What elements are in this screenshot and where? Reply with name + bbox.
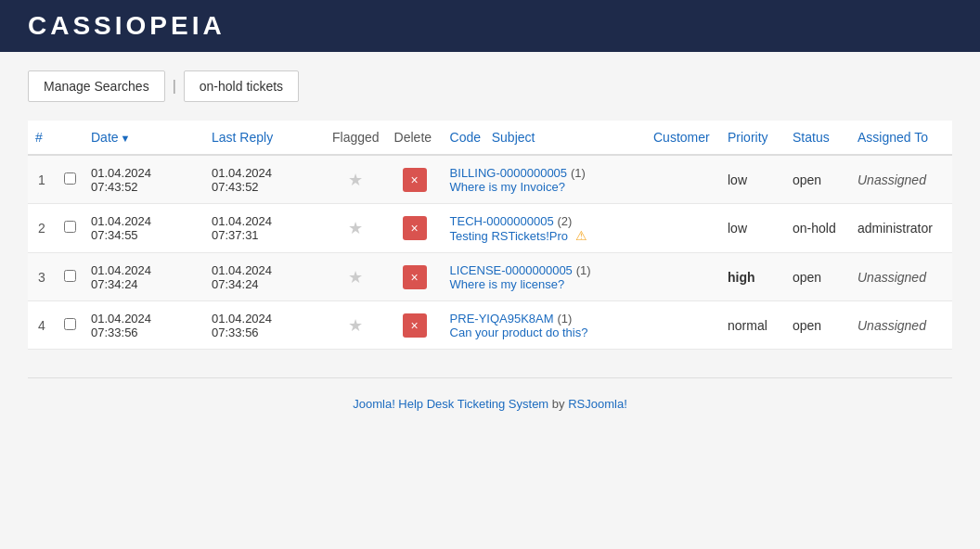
priority-sort-link[interactable]: Priority [728,130,768,145]
ticket-code-link[interactable]: LICENSE-0000000005 [450,263,573,277]
row-last-reply: 01.04.202407:43:52 [204,155,325,204]
row-customer [646,155,720,204]
col-header-flagged: Flagged [325,121,387,155]
row-num: 2 [28,204,56,253]
row-customer [646,204,720,253]
row-flagged: ★ [325,301,387,350]
row-delete-cell: × [387,155,443,204]
table-row: 101.04.202407:43:5201.04.202407:43:52★×B… [28,155,952,204]
col-header-num: # [28,121,56,155]
row-checkbox[interactable] [64,221,76,233]
col-header-customer[interactable]: Customer [646,121,720,155]
ticket-count: (1) [557,312,572,326]
row-checkbox-cell [56,204,84,253]
row-customer [646,301,720,350]
row-num: 4 [28,301,56,350]
ticket-code-link[interactable]: PRE-YIQA95K8AM [450,312,554,326]
row-customer [646,253,720,301]
subject-sort-link[interactable]: Subject [492,130,535,145]
row-flagged: ★ [325,155,387,204]
tickets-table: # Date▼ Last Reply Flagged Delete Code S… [28,121,952,350]
row-delete-cell: × [387,253,443,301]
row-date: 01.04.202407:43:52 [84,155,204,204]
col-header-priority[interactable]: Priority [720,121,785,155]
table-row: 401.04.202407:33:5601.04.202407:33:56★×P… [28,301,952,350]
row-status: open [785,253,850,301]
row-assigned-to: Unassigned [850,155,952,204]
table-row: 301.04.202407:34:2401.04.202407:34:24★×L… [28,253,952,301]
row-checkbox[interactable] [64,172,76,185]
manage-searches-button[interactable]: Manage Searches [28,70,165,102]
row-status: open [785,301,850,350]
ticket-code-link[interactable]: BILLING-0000000005 [450,166,567,180]
row-delete-cell: × [387,204,443,253]
warning-icon: ⚠ [575,228,587,243]
row-checkbox-cell [56,155,84,204]
delete-button[interactable]: × [403,265,427,289]
toolbar: Manage Searches | on-hold tickets [28,70,952,102]
col-header-delete: Delete [387,121,443,155]
star-icon[interactable]: ★ [348,316,363,335]
col-header-date[interactable]: Date▼ [84,121,204,155]
ticket-subject-link[interactable]: Can your product do this? [450,326,638,339]
row-subject-cell: PRE-YIQA95K8AM (1)Can your product do th… [443,301,646,350]
row-subject-cell: TECH-0000000005 (2)Testing RSTickets!Pro… [443,204,646,253]
row-assigned-to: administrator [850,204,952,253]
row-priority: low [720,204,785,253]
row-flagged: ★ [325,253,387,301]
row-code-count: BILLING-0000000005 (1) [450,165,586,180]
ticket-code-link[interactable]: TECH-0000000005 [450,214,554,228]
assigned-to-sort-link[interactable]: Assigned To [858,130,928,145]
last-reply-sort-link[interactable]: Last Reply [212,130,273,145]
ticket-subject-link[interactable]: Where is my license? [450,277,638,291]
star-icon[interactable]: ★ [348,171,363,189]
customer-sort-link[interactable]: Customer [653,130,710,145]
status-sort-link[interactable]: Status [793,130,830,145]
col-header-status[interactable]: Status [785,121,850,155]
col-header-assigned-to[interactable]: Assigned To [850,121,952,155]
row-assigned-to: Unassigned [850,253,952,301]
row-last-reply: 01.04.202407:34:24 [204,253,325,301]
row-checkbox[interactable] [64,318,76,330]
row-delete-cell: × [387,301,443,350]
rsjoomla-link[interactable]: RSJoomla! [568,397,627,411]
col-header-check [56,121,84,155]
col-header-last-reply[interactable]: Last Reply [204,121,325,155]
delete-button[interactable]: × [403,313,427,338]
ticket-subject-link[interactable]: Where is my Invoice? [450,180,638,194]
row-checkbox-cell [56,253,84,301]
row-priority: low [720,155,785,204]
row-subject-cell: BILLING-0000000005 (1)Where is my Invoic… [443,155,646,204]
row-date: 01.04.202407:34:55 [84,204,204,253]
row-checkbox-cell [56,301,84,350]
row-num: 3 [28,253,56,301]
row-status: open [785,155,850,204]
toolbar-separator: | [173,78,176,95]
table-row: 201.04.202407:34:5501.04.202407:37:31★×T… [28,204,952,253]
on-hold-tickets-button[interactable]: on-hold tickets [184,70,299,102]
col-header-subject[interactable]: Code Subject [443,121,646,155]
row-last-reply: 01.04.202407:37:31 [204,204,325,253]
row-code-count: LICENSE-0000000005 (1) [450,262,591,277]
row-checkbox[interactable] [64,270,76,282]
joomla-help-desk-link[interactable]: Joomla! Help Desk Ticketing System [353,397,548,411]
row-num: 1 [28,155,56,204]
ticket-subject-link[interactable]: Testing RSTickets!Pro ⚠ [450,228,638,243]
row-date: 01.04.202407:34:24 [84,253,204,301]
ticket-count: (2) [558,214,573,228]
row-code-count: TECH-0000000005 (2) [450,213,573,228]
code-sort-link[interactable]: Code [450,130,481,145]
row-date: 01.04.202407:33:56 [84,301,204,350]
date-sort-link[interactable]: Date▼ [91,130,130,145]
star-icon[interactable]: ★ [348,219,363,237]
footer: Joomla! Help Desk Ticketing System by RS… [28,377,952,429]
star-icon[interactable]: ★ [348,268,363,287]
delete-button[interactable]: × [403,168,427,192]
header: CASSIOPEIA [0,0,980,52]
ticket-count: (1) [571,166,586,180]
logo: CASSIOPEIA [28,11,226,41]
delete-button[interactable]: × [403,216,427,240]
row-priority: high [720,253,785,301]
row-priority: normal [720,301,785,350]
ticket-count: (1) [576,263,591,277]
